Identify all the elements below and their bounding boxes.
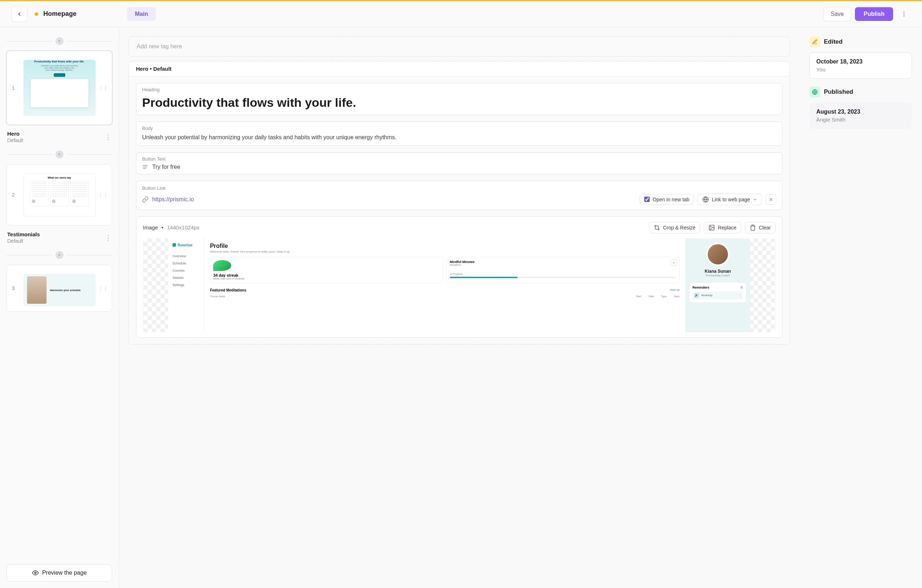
globe-icon — [809, 87, 820, 97]
add-slice-button[interactable]: + — [56, 251, 64, 259]
image-preview[interactable]: flowrise Overview Schedule Courses Stati… — [143, 238, 776, 332]
slice-editor-header: Hero • Default — [129, 61, 790, 77]
edited-label: Edited — [824, 38, 843, 46]
heading-field[interactable]: Heading Productivity that flows with you… — [136, 83, 782, 115]
preview-main: Profile Welcome back, Kiana! Your progre… — [204, 238, 685, 332]
clear-button[interactable]: Clear — [745, 222, 776, 234]
slice-card[interactable]: 1 Productivity that flows with your life… — [7, 51, 112, 125]
slice-name: Hero — [7, 131, 23, 137]
drag-handle-icon[interactable]: ⋮⋮ — [98, 85, 108, 91]
button-text-field[interactable]: Button Text Try for free — [136, 152, 782, 174]
publish-button[interactable]: Publish — [855, 7, 893, 21]
add-slice-button[interactable]: + — [56, 150, 64, 158]
slice-meta: Hero Default ⋮ — [7, 129, 112, 145]
add-slice-divider: + — [7, 150, 112, 158]
rightbar: Edited October 18, 2023 You Published Au… — [799, 27, 922, 588]
link-type-select[interactable]: Link to web page — [698, 194, 762, 205]
svg-point-1 — [904, 13, 905, 15]
crop-resize-button[interactable]: Crop & Resize — [649, 222, 700, 234]
crop-icon — [654, 224, 660, 231]
arrow-left-icon — [16, 11, 23, 17]
add-slice-divider: + — [7, 251, 112, 259]
button-link-field: Button Link https://prismic.io Open in n… — [136, 181, 782, 210]
trash-icon — [750, 224, 756, 231]
svg-point-3 — [34, 572, 36, 574]
link-url[interactable]: https://prismic.io — [152, 196, 636, 203]
published-user: Angie Smith — [816, 116, 905, 122]
edited-card[interactable]: October 18, 2023 You — [809, 52, 912, 78]
open-new-tab-toggle[interactable]: Open in new tab — [639, 194, 694, 205]
add-slice-divider: + — [7, 37, 112, 45]
drag-handle-icon[interactable]: ⋮⋮ — [98, 192, 108, 198]
replace-button[interactable]: Replace — [704, 222, 741, 234]
svg-point-0 — [904, 11, 905, 13]
tab-main[interactable]: Main — [127, 7, 156, 21]
preview-page-label: Preview the page — [42, 570, 87, 576]
button-text-value: Try for free — [152, 164, 180, 170]
sidebar: + 1 Productivity that flows with your li… — [0, 27, 119, 588]
field-label: Button Text — [142, 156, 776, 162]
image-icon — [708, 224, 715, 231]
pencil-icon — [809, 36, 820, 47]
link-icon — [142, 196, 149, 203]
clear-link-button[interactable] — [765, 194, 776, 205]
preview-page-button[interactable]: Preview the page — [7, 564, 112, 581]
body-field[interactable]: Body Unleash your potential by harmonizi… — [136, 122, 782, 146]
eye-icon — [32, 570, 39, 576]
close-icon — [768, 197, 773, 202]
header: Homepage Main Save Publish — [0, 1, 922, 27]
published-label: Published — [824, 88, 853, 96]
slice-thumbnail: What our users say — [23, 173, 96, 216]
add-slice-button[interactable]: + — [56, 37, 64, 45]
svg-point-2 — [904, 15, 905, 16]
slice-meta: Testimonials Default ⋮ — [7, 230, 112, 245]
preview-profile: Kiana Sunan Productivity Coach Reminders… — [685, 238, 750, 332]
slice-variation: Default — [7, 238, 40, 244]
header-menu-button[interactable] — [897, 8, 911, 21]
layout: + 1 Productivity that flows with your li… — [0, 27, 922, 588]
text-lines-icon — [142, 164, 149, 170]
heading-value: Productivity that flows with your life. — [142, 95, 776, 111]
main-editor: Add new tag here Hero • Default Heading … — [119, 27, 799, 588]
slice-thumbnail: Productivity that flows with your life. … — [23, 60, 96, 116]
page-title: Homepage — [43, 10, 77, 18]
field-label: Heading — [142, 87, 776, 92]
slice-menu-button[interactable]: ⋮ — [105, 133, 111, 141]
drag-handle-icon[interactable]: ⋮⋮ — [98, 285, 108, 291]
preview-nav: flowrise Overview Schedule Courses Stati… — [168, 238, 204, 332]
edited-date: October 18, 2023 — [816, 59, 905, 65]
status-dot-edited — [34, 12, 38, 16]
slice-card[interactable]: 3 Harmonize your schedule ⋮⋮ — [7, 265, 112, 312]
published-date: August 23, 2023 — [816, 109, 905, 115]
svg-point-12 — [710, 226, 711, 227]
slice-editor: Hero • Default Heading Productivity that… — [128, 61, 790, 345]
globe-icon — [702, 196, 709, 203]
slice-variation: Default — [7, 137, 23, 143]
slice-number: 2 — [12, 192, 15, 198]
slice-menu-button[interactable]: ⋮ — [105, 234, 111, 242]
more-vertical-icon — [901, 11, 907, 17]
slice-number: 1 — [12, 85, 15, 91]
slice-number: 3 — [12, 285, 15, 291]
image-dimensions: 1440x1024px — [167, 224, 199, 230]
back-button[interactable] — [11, 6, 28, 22]
chevron-down-icon — [753, 197, 757, 202]
edited-user: You — [816, 66, 905, 72]
open-new-tab-checkbox[interactable] — [644, 197, 650, 202]
slice-name: Testimonials — [7, 231, 40, 237]
slice-thumbnail: Harmonize your schedule — [23, 274, 96, 306]
tag-input[interactable]: Add new tag here — [128, 36, 790, 57]
body-value: Unleash your potential by harmonizing yo… — [142, 133, 776, 142]
save-button[interactable]: Save — [823, 7, 851, 21]
published-card[interactable]: August 23, 2023 Angie Smith — [809, 103, 912, 129]
slice-card[interactable]: 2 What our users say ⋮⋮ — [7, 164, 112, 225]
image-field: Image • 1440x1024px Crop & Resize Replac… — [136, 216, 782, 338]
field-label: Body — [142, 126, 776, 131]
image-label: Image — [143, 224, 158, 230]
field-label: Button Link — [142, 185, 776, 191]
